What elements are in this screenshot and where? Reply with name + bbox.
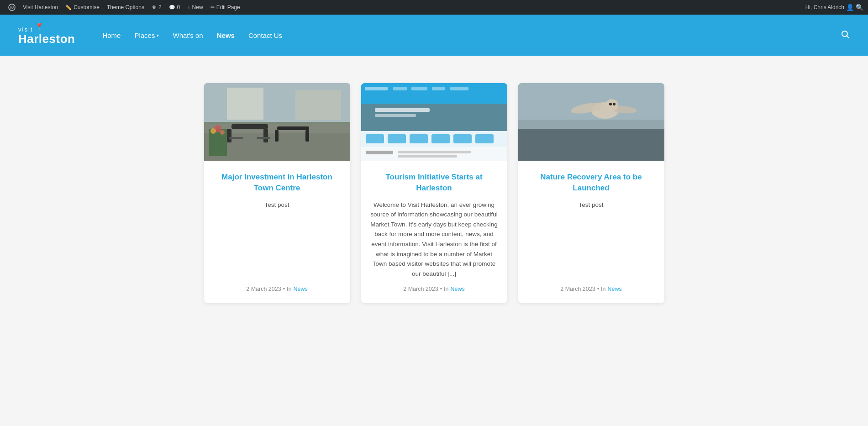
svg-line-3 — [847, 36, 849, 38]
nav-home[interactable]: Home — [102, 32, 121, 39]
svg-rect-12 — [257, 137, 270, 139]
svg-rect-40 — [366, 151, 393, 154]
card-2-in: In — [444, 286, 448, 292]
admin-bar: W Visit Harleston ✏️ Customise Theme Opt… — [0, 0, 868, 15]
card-1-title[interactable]: Major Investment in Harleston Town Centr… — [213, 172, 341, 194]
svg-rect-14 — [275, 130, 279, 142]
nav-news[interactable]: News — [217, 32, 235, 39]
svg-rect-10 — [263, 129, 268, 142]
greeting-text: Hi, Chris Aldrich — [805, 4, 844, 11]
svg-rect-26 — [411, 87, 427, 90]
svg-rect-25 — [393, 87, 407, 90]
card-3-date: 2 March 2023 — [560, 286, 595, 292]
edit-icon: ✏ — [210, 5, 215, 11]
logo-harleston: Harleston — [18, 33, 75, 45]
theme-options-label: Theme Options — [107, 4, 144, 11]
svg-rect-35 — [410, 134, 428, 143]
admin-bar-right: Hi, Chris Aldrich 👤 🔍 — [805, 4, 863, 11]
svg-point-51 — [609, 103, 612, 105]
svg-rect-23 — [361, 83, 507, 104]
cards-grid: Major Investment in Harleston Town Centr… — [137, 83, 731, 303]
pencil-icon: ✏️ — [65, 5, 72, 11]
svg-rect-15 — [305, 130, 309, 142]
svg-text:W: W — [10, 5, 14, 10]
card-3-image — [518, 83, 664, 161]
card-3: Nature Recovery Area to be Launched Test… — [518, 83, 664, 303]
customise-item[interactable]: ✏️ Customise — [62, 0, 103, 15]
svg-rect-41 — [398, 151, 471, 153]
nav-places[interactable]: Places ▾ — [134, 32, 159, 39]
eye-icon: 👁 — [152, 5, 157, 10]
wp-logo-item[interactable]: W — [5, 0, 19, 15]
card-3-meta: 2 March 2023 • In News — [560, 286, 622, 292]
svg-rect-27 — [432, 87, 445, 90]
comments-count: 0 — [177, 4, 180, 11]
user-icon: 👤 — [846, 4, 854, 11]
card-3-excerpt: Test post — [579, 200, 603, 279]
card-2-body: Tourism Initiative Starts at Harleston W… — [361, 161, 507, 303]
svg-rect-38 — [475, 134, 494, 143]
svg-point-19 — [220, 130, 225, 135]
revisions-item[interactable]: 👁 2 — [148, 0, 165, 15]
card-2-excerpt: Welcome to Visit Harleston, an ever grow… — [370, 200, 498, 279]
visit-harleston-admin[interactable]: Visit Harleston — [19, 0, 62, 15]
card-1-dot: • — [283, 286, 285, 292]
svg-rect-42 — [398, 155, 457, 158]
customise-label: Customise — [74, 4, 100, 11]
revisions-count: 2 — [158, 4, 162, 11]
nav-whats-on[interactable]: What's on — [173, 32, 203, 39]
card-1-date: 2 March 2023 — [246, 286, 281, 292]
comment-icon: 💬 — [169, 5, 175, 11]
svg-rect-37 — [453, 134, 472, 143]
svg-rect-28 — [450, 87, 468, 90]
svg-rect-29 — [361, 104, 507, 131]
main-nav: Home Places ▾ What's on News Contact Us — [102, 32, 841, 39]
main-content: Major Investment in Harleston Town Centr… — [0, 56, 868, 426]
svg-rect-33 — [366, 134, 384, 143]
site-header: 📍 visit Harleston Home Places ▾ What's o… — [0, 15, 868, 56]
svg-rect-30 — [375, 108, 430, 112]
visit-harleston-label: Visit Harleston — [23, 4, 58, 11]
svg-rect-13 — [277, 126, 309, 130]
places-chevron-icon: ▾ — [157, 33, 159, 38]
card-3-dot: • — [597, 286, 599, 292]
card-2-dot: • — [440, 286, 442, 292]
card-1-meta: 2 March 2023 • In News — [246, 286, 308, 292]
theme-options-item[interactable]: Theme Options — [103, 0, 148, 15]
new-label: + New — [187, 4, 203, 11]
svg-point-18 — [210, 128, 216, 134]
new-item[interactable]: + New — [184, 0, 206, 15]
svg-rect-21 — [227, 88, 263, 120]
svg-rect-9 — [227, 129, 231, 142]
card-1-in: In — [287, 286, 291, 292]
svg-rect-11 — [229, 137, 243, 139]
svg-rect-22 — [295, 90, 341, 120]
card-1-body: Major Investment in Harleston Town Centr… — [204, 161, 350, 303]
search-button[interactable] — [841, 30, 850, 41]
search-admin-icon[interactable]: 🔍 — [856, 4, 863, 11]
svg-rect-24 — [365, 87, 388, 90]
card-2-image — [361, 83, 507, 161]
card-2-date: 2 March 2023 — [403, 286, 438, 292]
svg-rect-36 — [431, 134, 450, 143]
card-3-category[interactable]: News — [608, 286, 622, 292]
svg-rect-8 — [231, 124, 268, 129]
card-1-category[interactable]: News — [294, 286, 308, 292]
card-1-image — [204, 83, 350, 161]
card-1-excerpt: Test post — [264, 200, 289, 279]
card-1: Major Investment in Harleston Town Centr… — [204, 83, 350, 303]
card-2-meta: 2 March 2023 • In News — [403, 286, 465, 292]
comments-item[interactable]: 💬 0 — [165, 0, 184, 15]
card-3-title[interactable]: Nature Recovery Area to be Launched — [527, 172, 655, 194]
svg-point-50 — [605, 99, 618, 111]
card-2-title[interactable]: Tourism Initiative Starts at Harleston — [370, 172, 498, 194]
svg-rect-34 — [388, 134, 406, 143]
nav-contact-us[interactable]: Contact Us — [248, 32, 282, 39]
card-2-category[interactable]: News — [451, 286, 465, 292]
card-3-body: Nature Recovery Area to be Launched Test… — [518, 161, 664, 303]
card-2: Tourism Initiative Starts at Harleston W… — [361, 83, 507, 303]
site-logo[interactable]: 📍 visit Harleston — [18, 26, 75, 45]
card-3-in: In — [601, 286, 605, 292]
svg-rect-31 — [375, 114, 416, 117]
edit-page-item[interactable]: ✏ Edit Page — [207, 0, 244, 15]
